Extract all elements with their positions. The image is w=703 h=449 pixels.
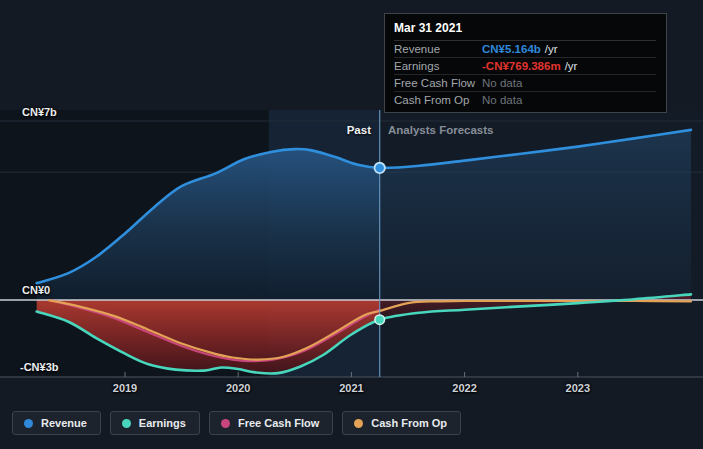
tooltip-row-cash-from-op: Cash From Op No data — [394, 92, 656, 108]
x-axis-label-2019: 2019 — [113, 382, 137, 394]
earnings-dot-icon — [122, 419, 131, 428]
tooltip-date: Mar 31 2021 — [394, 19, 656, 41]
earnings-hover-marker[interactable] — [375, 315, 385, 325]
revenue-hover-marker[interactable] — [375, 163, 385, 173]
legend-label: Earnings — [139, 417, 186, 429]
tooltip-row-free-cash-flow: Free Cash Flow No data — [394, 75, 656, 92]
legend-label: Revenue — [41, 417, 87, 429]
tooltip-suffix: /yr — [565, 60, 578, 72]
tooltip-suffix: /yr — [545, 43, 558, 55]
tooltip-label: Free Cash Flow — [394, 77, 482, 89]
chart-legend: Revenue Earnings Free Cash Flow Cash Fro… — [12, 411, 461, 435]
chart-panel: CN¥7b CN¥0 -CN¥3b 2019 2020 2021 2022 20… — [0, 0, 703, 449]
legend-chip-free-cash-flow[interactable]: Free Cash Flow — [209, 411, 333, 435]
tooltip-label: Revenue — [394, 43, 482, 55]
x-axis-label-2020: 2020 — [226, 382, 250, 394]
tooltip-value-earnings: -CN¥769.386m — [482, 60, 561, 72]
legend-label: Free Cash Flow — [238, 417, 319, 429]
free-cash-flow-dot-icon — [221, 419, 230, 428]
y-axis-label-neg3b: -CN¥3b — [20, 361, 59, 373]
y-axis-label-0: CN¥0 — [22, 284, 50, 296]
past-zone-label: Past — [0, 124, 371, 136]
x-axis-label-2022: 2022 — [452, 382, 476, 394]
legend-label: Cash From Op — [371, 417, 447, 429]
y-axis-label-7b: CN¥7b — [22, 106, 57, 118]
forecast-zone-label: Analysts Forecasts — [388, 124, 493, 136]
tooltip-value-revenue: CN¥5.164b — [482, 43, 541, 55]
tooltip-row-revenue: Revenue CN¥5.164b /yr — [394, 41, 656, 58]
revenue-dot-icon — [24, 419, 33, 428]
x-axis-label-2023: 2023 — [566, 382, 590, 394]
hover-tooltip: Mar 31 2021 Revenue CN¥5.164b /yr Earnin… — [384, 13, 667, 113]
tooltip-label: Cash From Op — [394, 94, 482, 106]
legend-chip-revenue[interactable]: Revenue — [12, 411, 101, 435]
cash-from-op-dot-icon — [354, 419, 363, 428]
legend-chip-cash-from-op[interactable]: Cash From Op — [342, 411, 461, 435]
x-axis-label-2021: 2021 — [339, 382, 363, 394]
legend-chip-earnings[interactable]: Earnings — [110, 411, 200, 435]
tooltip-value-cashop: No data — [482, 94, 522, 106]
tooltip-label: Earnings — [394, 60, 482, 72]
tooltip-row-earnings: Earnings -CN¥769.386m /yr — [394, 58, 656, 75]
tooltip-value-fcf: No data — [482, 77, 522, 89]
